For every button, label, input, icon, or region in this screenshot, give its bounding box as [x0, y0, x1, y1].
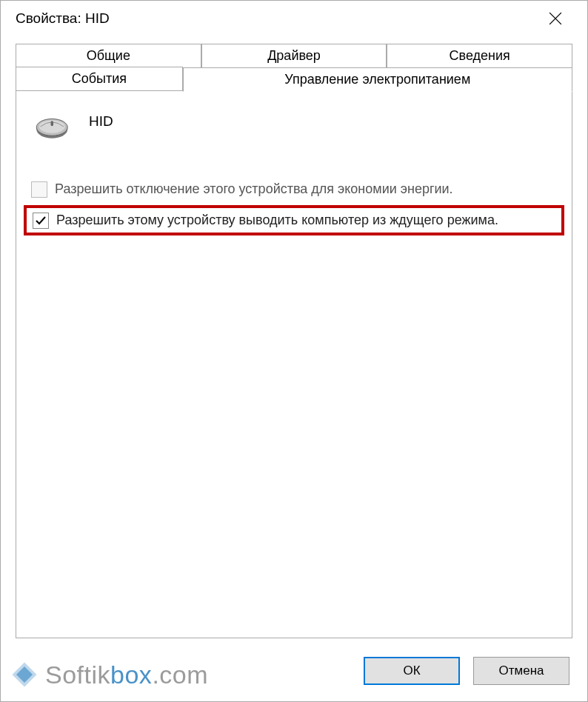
- tab-general[interactable]: Общие: [16, 44, 201, 67]
- mouse-icon: [33, 112, 74, 141]
- label-allow-wake: Разрешить этому устройству выводить комп…: [56, 211, 498, 229]
- tab-row-bottom: События Управление электропитанием: [16, 67, 572, 91]
- device-header: HID: [27, 106, 561, 156]
- option-allow-turn-off: Разрешить отключение этого устройства дл…: [27, 176, 561, 202]
- tab-container: Общие Драйвер Сведения События Управлени…: [16, 44, 572, 638]
- label-allow-turn-off: Разрешить отключение этого устройства дл…: [55, 180, 453, 198]
- svg-rect-3: [51, 121, 54, 126]
- watermark-com: .com: [152, 661, 208, 689]
- device-name: HID: [89, 113, 113, 140]
- close-icon: [549, 12, 562, 25]
- tab-panel-power: HID Разрешить отключение этого устройств…: [16, 90, 572, 638]
- tab-row-top: Общие Драйвер Сведения: [16, 44, 572, 67]
- tab-details[interactable]: Сведения: [387, 44, 572, 67]
- watermark-logo-icon: [8, 658, 41, 691]
- content-area: Общие Драйвер Сведения События Управлени…: [1, 36, 587, 638]
- checkbox-allow-wake[interactable]: [33, 213, 49, 229]
- dialog-buttons: ОК Отмена: [364, 657, 569, 685]
- watermark-soft: Softik: [45, 661, 110, 689]
- option-allow-wake[interactable]: Разрешить этому устройству выводить комп…: [28, 211, 557, 229]
- tab-power-management[interactable]: Управление электропитанием: [183, 67, 572, 92]
- watermark-text: Softikbox.com: [45, 661, 208, 689]
- titlebar: Свойства: HID: [1, 1, 587, 36]
- close-button[interactable]: [538, 7, 572, 30]
- checkbox-allow-turn-off: [31, 181, 47, 198]
- window-title: Свойства: HID: [16, 10, 110, 27]
- check-icon: [35, 215, 47, 227]
- watermark: Softikbox.com: [8, 658, 208, 691]
- tab-driver[interactable]: Драйвер: [201, 44, 387, 67]
- highlighted-option: Разрешить этому устройству выводить комп…: [24, 205, 564, 235]
- watermark-box: box: [110, 661, 152, 689]
- properties-dialog: Свойства: HID Общие Драйвер Сведения Соб…: [0, 0, 588, 702]
- cancel-button[interactable]: Отмена: [473, 657, 569, 685]
- tab-events[interactable]: События: [16, 67, 183, 91]
- ok-button[interactable]: ОК: [364, 657, 460, 685]
